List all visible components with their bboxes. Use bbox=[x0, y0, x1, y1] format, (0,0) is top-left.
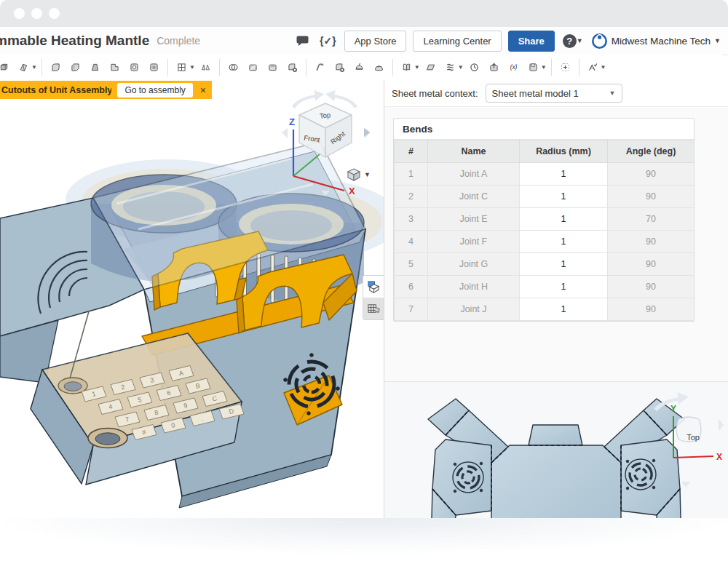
bend-radius-cell[interactable]: 1 bbox=[520, 231, 608, 253]
flat-cube-top-label[interactable]: Top bbox=[687, 433, 700, 442]
tool-hem-button[interactable] bbox=[66, 57, 85, 77]
tool-make-joint-button[interactable] bbox=[310, 57, 330, 77]
bend-row: 7Joint J190 bbox=[395, 298, 695, 321]
bends-table: # Name Radius (mm) Angle (deg) 1Joint A1… bbox=[394, 140, 695, 321]
bend-angle: 90 bbox=[608, 253, 695, 276]
bend-row: 4Joint F190 bbox=[395, 231, 695, 253]
chevron-down-icon[interactable]: ▼ bbox=[189, 64, 195, 71]
bend-angle: 70 bbox=[608, 208, 695, 231]
chevron-down-icon[interactable]: ▼ bbox=[458, 64, 464, 71]
bend-angle: 90 bbox=[608, 298, 695, 321]
window-dot-3[interactable] bbox=[49, 8, 60, 19]
tool-delete-face-button[interactable] bbox=[282, 57, 302, 77]
window-dot-1[interactable] bbox=[14, 8, 25, 19]
tool-drawing-button[interactable] bbox=[397, 57, 416, 77]
flat-pattern-drawing: Top Y X bbox=[384, 381, 728, 518]
user-menu[interactable]: Midwest Machine Tech ▼ bbox=[591, 33, 721, 49]
tool-move-face-button[interactable] bbox=[263, 57, 282, 77]
tool-finish-edge-button[interactable] bbox=[349, 57, 369, 77]
tool-origin-button[interactable] bbox=[555, 57, 575, 77]
bend-angle: 90 bbox=[608, 163, 695, 186]
bends-panel-title: Bends bbox=[394, 119, 694, 140]
tool-linear-pattern-button[interactable] bbox=[172, 57, 191, 77]
bend-radius-cell[interactable]: 1 bbox=[520, 298, 608, 321]
toolbar-divider bbox=[41, 59, 42, 76]
tool-flange-button[interactable] bbox=[46, 57, 66, 77]
help-menu-button[interactable]: ? ▼ bbox=[561, 33, 585, 49]
col-header-angle: Angle (deg) bbox=[608, 140, 695, 163]
origin-icon bbox=[560, 60, 571, 74]
context-selected-value: Sheet metal model 1 bbox=[492, 88, 579, 99]
bend-num: 6 bbox=[395, 276, 428, 298]
go-to-assembly-button[interactable]: Go to assembly bbox=[117, 83, 192, 98]
tool-plane-button[interactable] bbox=[421, 57, 440, 77]
view-options-button[interactable]: ▼ bbox=[345, 166, 372, 183]
learning-center-button[interactable]: Learning Center bbox=[413, 31, 501, 52]
flat-pattern-icon bbox=[367, 302, 381, 316]
tool-measure-button[interactable] bbox=[583, 57, 603, 77]
window-dot-2[interactable] bbox=[31, 8, 42, 19]
tool-boolean-button[interactable] bbox=[223, 57, 243, 77]
flat-pattern-viewport[interactable]: Top Y X bbox=[384, 381, 728, 518]
chevron-down-icon[interactable]: ▼ bbox=[601, 64, 606, 71]
banner-text: Cutouts of Unit Assembly bbox=[1, 85, 111, 95]
bend-angle: 90 bbox=[608, 231, 695, 253]
tool-sm-hole-button[interactable] bbox=[124, 57, 144, 77]
tool-mirror-button[interactable] bbox=[196, 57, 215, 77]
comment-button[interactable] bbox=[295, 33, 312, 49]
share-button[interactable]: Share bbox=[508, 31, 555, 52]
tool-import-button[interactable] bbox=[369, 57, 389, 77]
tool-split-button[interactable] bbox=[243, 57, 263, 77]
bend-row: 1Joint A190 bbox=[395, 163, 695, 186]
bend-row: 5Joint G190 bbox=[395, 253, 695, 276]
tool-sheet-metal-model-button[interactable] bbox=[14, 57, 33, 77]
sheet-metal-context-select[interactable]: Sheet metal model 1 ▼ bbox=[486, 84, 622, 103]
chat-bubble-icon bbox=[296, 35, 310, 47]
tool-curves-button[interactable] bbox=[440, 57, 460, 77]
split-icon bbox=[248, 60, 258, 74]
app-store-button[interactable]: App Store bbox=[344, 31, 407, 52]
tool-export-button[interactable] bbox=[484, 57, 504, 77]
sm-hole-icon bbox=[129, 60, 140, 74]
bend-num: 5 bbox=[395, 253, 428, 276]
folded-view-button[interactable] bbox=[363, 276, 384, 298]
bend-radius-cell[interactable]: 1 bbox=[520, 186, 608, 208]
export-icon bbox=[488, 60, 499, 74]
bend-num: 1 bbox=[395, 163, 428, 186]
bend-radius-cell[interactable]: 1 bbox=[520, 276, 608, 298]
tool-gusset-button[interactable] bbox=[85, 57, 105, 77]
view-cube-top-label[interactable]: Top bbox=[319, 111, 331, 120]
tool-versions-button[interactable] bbox=[523, 57, 543, 77]
3d-viewport[interactable]: 123A456B789C#0.D Cutouts of Unit Assembl… bbox=[0, 80, 384, 518]
bend-name: Joint G bbox=[428, 253, 520, 276]
tool-history-button[interactable] bbox=[464, 57, 484, 77]
bend-radius-cell[interactable]: 1 bbox=[520, 163, 608, 186]
cube-icon bbox=[347, 167, 361, 182]
expand-panel-arrow[interactable] bbox=[364, 128, 370, 137]
bend-radius-cell[interactable]: 1 bbox=[520, 208, 608, 231]
bend-num: 4 bbox=[395, 231, 428, 253]
tool-thicken-button[interactable] bbox=[0, 57, 14, 77]
toolbar-divider bbox=[392, 59, 393, 76]
screenshot-stage: mmable Heating Mantle Complete {✓} App S… bbox=[0, 0, 728, 561]
flat-pattern-view-button[interactable] bbox=[363, 298, 384, 319]
featurescript-button[interactable]: {✓} bbox=[318, 33, 338, 48]
context-label: Sheet metal context: bbox=[392, 88, 478, 99]
tool-sm-corner-button[interactable] bbox=[144, 57, 164, 77]
tool-tab-button[interactable] bbox=[105, 57, 124, 77]
bend-row: 2Joint C190 bbox=[395, 186, 695, 208]
sm-corner-icon bbox=[149, 60, 159, 74]
close-icon[interactable]: × bbox=[199, 85, 207, 95]
delete-joint-icon bbox=[334, 60, 345, 74]
variables-icon: (x) bbox=[508, 60, 519, 74]
bend-name: Joint F bbox=[428, 231, 520, 253]
chevron-down-icon[interactable]: ▼ bbox=[31, 64, 37, 71]
help-icon: ? bbox=[563, 34, 577, 48]
tool-delete-joint-button[interactable] bbox=[330, 57, 349, 77]
chevron-down-icon[interactable]: ▼ bbox=[541, 64, 547, 71]
chevron-down-icon[interactable]: ▼ bbox=[414, 64, 420, 71]
bend-row: 6Joint H190 bbox=[395, 276, 695, 298]
svg-text:Y: Y bbox=[670, 404, 676, 414]
tool-variables-button[interactable]: (x) bbox=[504, 57, 523, 77]
bend-radius-cell[interactable]: 1 bbox=[520, 253, 608, 276]
